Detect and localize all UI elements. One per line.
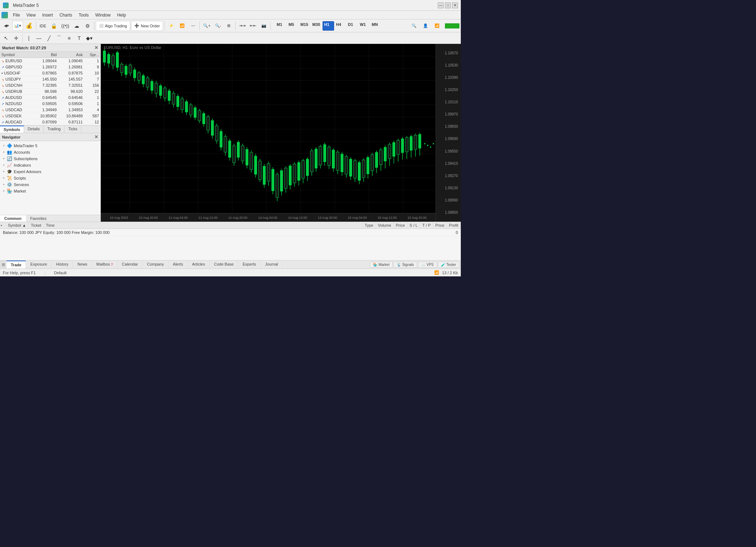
market-row[interactable]: ↗ AUDUSD 0.64545 0.64546 1: [0, 95, 100, 101]
radio-button[interactable]: ((•)): [59, 21, 71, 31]
tab-articles[interactable]: Articles: [188, 261, 210, 268]
vertical-line-tool[interactable]: |: [24, 33, 33, 43]
screenshot-button[interactable]: 📷: [259, 21, 269, 31]
properties-button[interactable]: ⊞: [224, 21, 234, 31]
col-profit[interactable]: Profit: [447, 222, 461, 229]
col-tp[interactable]: T / P: [420, 222, 433, 229]
vps-tab-btn[interactable]: ☁️ VPS: [418, 262, 437, 268]
bar-chart-button[interactable]: 📶: [177, 21, 187, 31]
menu-file[interactable]: File: [10, 12, 23, 18]
crosshair-tool[interactable]: ✛: [12, 33, 21, 43]
col-time[interactable]: Time: [44, 222, 363, 229]
tab-experts[interactable]: Experts: [238, 261, 261, 268]
nav-item-accounts[interactable]: + 👥 Accounts: [0, 149, 100, 155]
col-ticket[interactable]: Ticket: [29, 222, 44, 229]
menu-tools[interactable]: Tools: [76, 12, 92, 18]
chart-area[interactable]: EURUSD, H1: Euro vs US Dollar: [101, 44, 461, 222]
tab-calendar[interactable]: Calendar: [118, 261, 143, 268]
tf-h4[interactable]: H4: [334, 21, 346, 31]
col-price2[interactable]: Price: [433, 222, 447, 229]
nav-tab-favorites[interactable]: Favorites: [26, 215, 51, 222]
tab-alerts[interactable]: Alerts: [168, 261, 188, 268]
tester-tab-btn[interactable]: 🧪 Tester: [438, 262, 459, 268]
nav-item-scripts[interactable]: + 📜 Scripts: [0, 175, 100, 181]
tab-details[interactable]: Details: [24, 126, 44, 133]
tab-trade[interactable]: Trade: [6, 261, 26, 268]
channel-tool[interactable]: ≡: [64, 33, 74, 43]
market-row[interactable]: ↗ GBPUSD 1.26972 1.26981 9: [0, 64, 100, 70]
market-row[interactable]: ↘ USDSEK 10.85902 10.86489 587: [0, 113, 100, 119]
tf-m5[interactable]: M5: [287, 21, 298, 31]
market-row[interactable]: ↗ NZDUSD 0.59505 0.59506 1: [0, 101, 100, 107]
tf-m30[interactable]: M30: [311, 21, 322, 31]
tab-company[interactable]: Company: [143, 261, 168, 268]
tf-w1[interactable]: W1: [358, 21, 370, 31]
tab-ticks[interactable]: Ticks: [64, 126, 81, 133]
chart-canvas[interactable]: [101, 44, 436, 213]
tf-d1[interactable]: D1: [346, 21, 358, 31]
col-spread-header[interactable]: Spr...: [84, 52, 100, 58]
tab-codebase[interactable]: Code Base: [210, 261, 238, 268]
nav-item-services[interactable]: + ⚙️ Services: [0, 181, 100, 188]
algo-trading-button[interactable]: ⬜ Algo Trading: [96, 21, 130, 31]
col-bid-header[interactable]: Bid: [32, 52, 58, 58]
tf-h1[interactable]: H1: [323, 21, 334, 31]
scroll-left-button[interactable]: ⇤⇤: [248, 21, 258, 31]
market-row[interactable]: ↘ USDJPY 145.550 145.557 7: [0, 76, 100, 82]
settings-circle-button[interactable]: ⚙: [82, 21, 93, 31]
col-price[interactable]: Price: [394, 222, 408, 229]
market-row[interactable]: ↘ USDRUB 98.598 98.620 22: [0, 89, 100, 95]
chart-template-button[interactable]: 📊▾: [12, 21, 23, 31]
crosshair-button[interactable]: ⚡: [166, 21, 176, 31]
close-button[interactable]: ✕: [452, 3, 458, 8]
scroll-right-button[interactable]: ⇥⇥: [237, 21, 247, 31]
text-tool[interactable]: T: [75, 33, 84, 43]
col-volume[interactable]: Volume: [376, 222, 394, 229]
tab-journal[interactable]: Journal: [261, 261, 283, 268]
col-sl[interactable]: S / L: [408, 222, 420, 229]
line-chart-button[interactable]: 〰: [188, 21, 198, 31]
trading-button[interactable]: 💰: [24, 21, 35, 31]
polyline-tool[interactable]: ⌒: [54, 33, 64, 43]
market-row[interactable]: ↘ USDCAD 1.34949 1.34953 4: [0, 107, 100, 113]
zoom-out-button[interactable]: 🔍-: [213, 21, 223, 31]
nav-item-metatrader-5[interactable]: + 🔷 MetaTrader 5: [0, 143, 100, 149]
ide-button[interactable]: IDE: [38, 21, 48, 31]
tf-m15[interactable]: M15: [299, 21, 310, 31]
market-watch-close[interactable]: ✕: [94, 45, 98, 50]
nav-tab-common[interactable]: Common: [0, 215, 26, 222]
account-button[interactable]: 👤: [420, 21, 431, 31]
menu-help[interactable]: Help: [114, 12, 129, 18]
market-row[interactable]: ↘ EURUSD 1.09044 1.09045 1: [0, 58, 100, 64]
minimize-button[interactable]: —: [438, 3, 444, 8]
navigator-close[interactable]: ✕: [94, 134, 98, 140]
tab-trading[interactable]: Trading: [44, 126, 64, 133]
market-row[interactable]: • USDCHF 0.87865 0.87875 10: [0, 70, 100, 76]
market-row[interactable]: ↘ USDCNH 7.32395 7.32551 156: [0, 82, 100, 89]
tab-symbols[interactable]: Symbols: [0, 126, 24, 133]
shapes-dropdown[interactable]: ◆▾: [85, 33, 94, 43]
search-button[interactable]: 🔍: [409, 21, 419, 31]
nav-item-expert-advisors[interactable]: + 🎓 Expert Advisors: [0, 168, 100, 175]
tab-exposure[interactable]: Exposure: [26, 261, 51, 268]
maximize-button[interactable]: □: [445, 3, 451, 8]
cursor-tool[interactable]: ↖: [1, 33, 11, 43]
tf-m1[interactable]: M1: [275, 21, 287, 31]
signals-tab-btn[interactable]: 📡 Signals: [393, 262, 417, 268]
col-ask-header[interactable]: Ask: [58, 52, 84, 58]
cloud-button[interactable]: ☁: [72, 21, 82, 31]
tf-mn[interactable]: MN: [370, 21, 382, 31]
toolbox-button[interactable]: ⊞: [0, 261, 6, 268]
nav-item-indicators[interactable]: + 📈 Indicators: [0, 162, 100, 168]
tab-history[interactable]: History: [52, 261, 73, 268]
back-button[interactable]: ◀▾: [1, 21, 12, 31]
col-symbol[interactable]: Symbol ▲: [6, 222, 29, 229]
nav-item-subscriptions[interactable]: + 🔄 Subscriptions: [0, 155, 100, 162]
menu-insert[interactable]: Insert: [39, 12, 56, 18]
menu-view[interactable]: View: [23, 12, 39, 18]
trendline-tool[interactable]: ╱: [44, 33, 54, 43]
new-order-button[interactable]: ➕ New Order: [131, 21, 163, 31]
horizontal-line-tool[interactable]: —: [34, 33, 44, 43]
tab-news[interactable]: News: [73, 261, 92, 268]
col-symbol-header[interactable]: Symbol: [0, 52, 32, 58]
